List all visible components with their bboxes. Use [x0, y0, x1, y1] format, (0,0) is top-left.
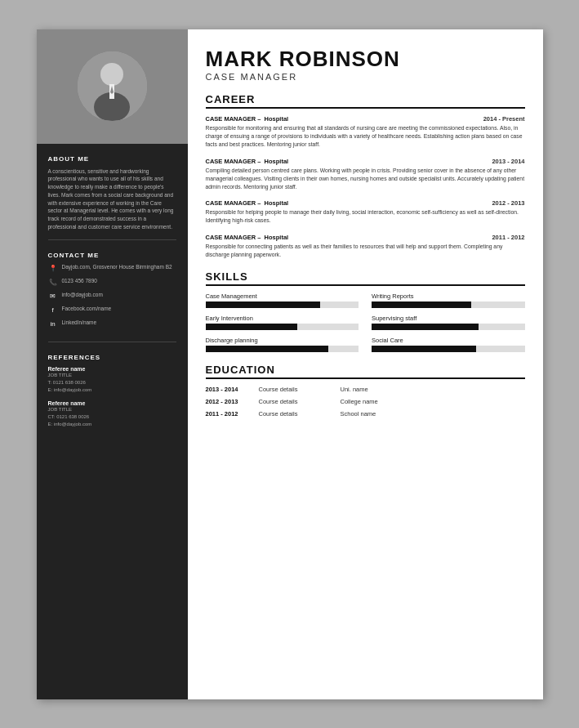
skill-bar-bg — [206, 324, 359, 330]
contact-section: CONTACT ME 📍Dayjob.com, Grosvenor House … — [37, 240, 188, 342]
ref-name: Referee name — [48, 366, 176, 372]
job-title: CASE MANAGER – Hospital — [206, 234, 289, 241]
skill-label: Writing Reports — [372, 293, 525, 300]
education-row-2: 2012 - 2013 Course details College name — [206, 398, 525, 405]
about-title: ABOUT ME — [48, 155, 176, 163]
skill-label: Case Management — [206, 293, 359, 300]
phone-icon: 📞 — [48, 278, 58, 288]
skill-bar-fill — [372, 301, 471, 308]
contact-linkedin: inLinkedIn/name — [48, 319, 176, 329]
jobs-list: CASE MANAGER – Hospital 2014 - Present R… — [206, 115, 525, 259]
skill-1: Case Management — [206, 293, 359, 308]
education-list: 2013 - 2014 Course details Uni. name 201… — [206, 386, 525, 418]
edu-place: School name — [341, 410, 525, 418]
candidate-name: MARK ROBINSON — [206, 47, 525, 71]
skill-2: Writing Reports — [372, 293, 525, 308]
contact-text: Facebook.com/name — [62, 306, 112, 311]
job-title: CASE MANAGER – Hospital — [206, 115, 289, 123]
job-title: CASE MANAGER – Hospital — [206, 158, 289, 165]
ref-email: E: info@dayjob.com — [48, 386, 176, 394]
job-header: CASE MANAGER – Hospital 2014 - Present — [206, 115, 525, 123]
facebook-icon: f — [48, 306, 58, 315]
address-icon: 📍 — [48, 264, 58, 274]
skill-bar-fill — [206, 346, 328, 352]
job-dates: 2014 - Present — [483, 115, 525, 123]
skill-bar-bg — [372, 301, 525, 308]
skill-4: Supervising staff — [372, 315, 525, 330]
reference-2: Referee name JOB TITLE CT: 0121 638 0026… — [48, 400, 176, 428]
job-header: CASE MANAGER – Hospital 2013 - 2014 — [206, 158, 525, 165]
edu-course: Course details — [259, 398, 341, 405]
job-3: CASE MANAGER – Hospital 2012 - 2013 Resp… — [206, 199, 525, 225]
email-icon: ✉ — [48, 292, 58, 301]
edu-course: Course details — [259, 386, 341, 393]
contact-title: CONTACT ME — [48, 252, 176, 259]
contact-address: 📍Dayjob.com, Grosvenor House Birmingham … — [48, 264, 176, 274]
job-2: CASE MANAGER – Hospital 2013 - 2014 Comp… — [206, 158, 525, 192]
linkedin-icon: in — [48, 319, 58, 329]
education-row-3: 2011 - 2012 Course details School name — [206, 410, 525, 418]
photo-section — [37, 29, 188, 144]
skill-3: Early Intervention — [206, 315, 359, 330]
reference-1: Referee name JOB TITLE T: 0121 638 0026 … — [48, 366, 176, 394]
skill-bar-fill — [206, 301, 321, 308]
ref-tel: CT: 0121 638 0026 — [48, 413, 176, 421]
references-section: REFERENCES Referee name JOB TITLE T: 012… — [37, 342, 188, 443]
resume-page: ABOUT ME A conscientious, sensitive and … — [37, 29, 543, 699]
skill-bar-bg — [372, 346, 525, 352]
contact-text: info@dayjob.com — [62, 292, 103, 297]
job-description: Responsible for helping people to manage… — [206, 208, 525, 225]
svg-point-1 — [100, 63, 123, 86]
header: MARK ROBINSON CASE MANAGER — [206, 47, 525, 83]
job-dates: 2013 - 2014 — [492, 158, 524, 165]
candidate-title: CASE MANAGER — [206, 72, 525, 82]
ref-title: JOB TITLE — [48, 372, 176, 379]
skill-bar-bg — [206, 346, 359, 352]
job-title: CASE MANAGER – Hospital — [206, 199, 289, 207]
skill-label: Social Care — [372, 337, 525, 344]
contact-email: ✉info@dayjob.com — [48, 292, 176, 301]
job-description: Responsible for connecting patients as w… — [206, 243, 525, 259]
job-header: CASE MANAGER – Hospital 2011 - 2012 — [206, 234, 525, 241]
skills-grid: Case Management Writing Reports Early In… — [206, 293, 525, 352]
references-title: REFERENCES — [48, 354, 176, 361]
contact-text: LinkedIn/name — [62, 319, 97, 325]
skill-bar-bg — [372, 324, 525, 330]
skill-6: Social Care — [372, 337, 525, 352]
ref-tel: T: 0121 638 0026 — [48, 379, 176, 386]
about-section: ABOUT ME A conscientious, sensitive and … — [37, 144, 188, 239]
edu-place: Uni. name — [341, 386, 525, 393]
skill-5: Discharge planning — [206, 337, 359, 352]
skill-bar-fill — [206, 324, 298, 330]
edu-years: 2013 - 2014 — [206, 386, 259, 393]
job-dates: 2012 - 2013 — [492, 199, 524, 207]
contacts-list: 📍Dayjob.com, Grosvenor House Birmingham … — [48, 264, 176, 329]
skill-bar-bg — [206, 301, 359, 308]
skill-label: Early Intervention — [206, 315, 359, 322]
job-header: CASE MANAGER – Hospital 2012 - 2013 — [206, 199, 525, 207]
contact-facebook: fFacebook.com/name — [48, 306, 176, 315]
career-heading: CAREER — [206, 93, 525, 109]
skill-label: Supervising staff — [372, 315, 525, 322]
education-heading: EDUCATION — [206, 364, 525, 379]
skill-label: Discharge planning — [206, 337, 359, 344]
skill-bar-fill — [372, 324, 479, 330]
contact-phone: 📞0123 456 7890 — [48, 278, 176, 288]
avatar — [78, 51, 147, 121]
sidebar: ABOUT ME A conscientious, sensitive and … — [37, 29, 188, 699]
edu-years: 2012 - 2013 — [206, 398, 259, 405]
about-text: A conscientious, sensitive and hardworki… — [48, 167, 176, 231]
job-description: Compiling detailed person centred care p… — [206, 167, 525, 192]
job-4: CASE MANAGER – Hospital 2011 - 2012 Resp… — [206, 234, 525, 259]
job-dates: 2011 - 2012 — [492, 234, 524, 241]
ref-name: Referee name — [48, 400, 176, 406]
main-content: MARK ROBINSON CASE MANAGER CAREER CASE M… — [188, 29, 543, 699]
job-description: Responsible for monitoring and ensuring … — [206, 124, 525, 150]
education-row-1: 2013 - 2014 Course details Uni. name — [206, 386, 525, 393]
ref-title: JOB TITLE — [48, 406, 176, 413]
edu-place: College name — [341, 398, 525, 405]
contact-text: 0123 456 7890 — [62, 278, 97, 284]
skills-heading: SKILLS — [206, 270, 525, 286]
ref-email: E: info@dayjob.com — [48, 421, 176, 428]
edu-years: 2011 - 2012 — [206, 410, 259, 418]
